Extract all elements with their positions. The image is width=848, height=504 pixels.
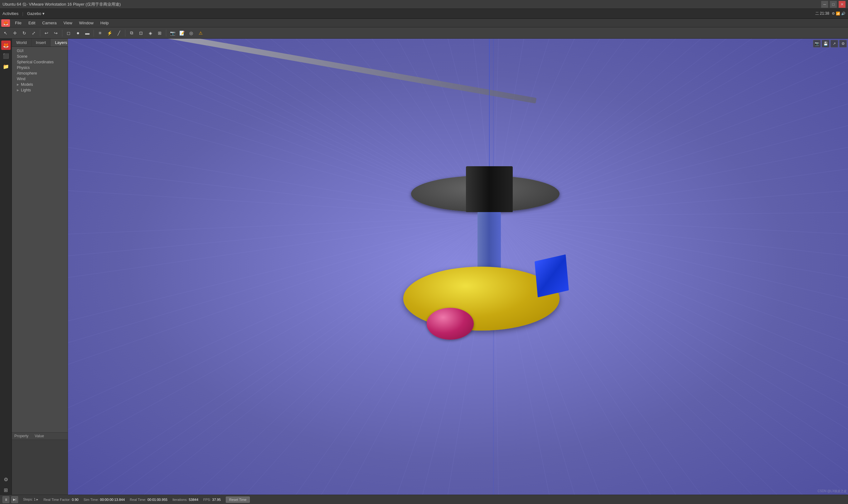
svg-line-7 [422,39,493,217]
align-button[interactable]: ◈ [146,29,155,37]
dirlight-tool[interactable]: ╱ [114,29,123,37]
sidebar-terminal-btn[interactable]: ⬛ [1,51,11,60]
tab-world[interactable]: World [12,39,32,47]
menu-window[interactable]: Window [76,20,97,26]
reset-time-button[interactable]: Reset Time [226,497,250,503]
snap-button[interactable]: ⊞ [155,29,164,37]
realtime-item: Real Time: 00:01:00.955 [130,498,167,502]
svg-line-75 [346,217,493,494]
log-button[interactable]: 📝 [178,29,186,37]
svg-line-55 [493,39,802,217]
iterations-value: 53844 [189,498,198,502]
svg-line-39 [68,169,493,217]
scene-3d-objects [68,39,848,494]
svg-line-4 [271,39,494,217]
tree-physics[interactable]: Physics [12,65,68,71]
watermark: CSDN @LX狼皮之皮 [818,489,847,493]
svg-line-47 [397,39,494,217]
menu-view[interactable]: View [60,20,75,26]
gazebo-menu-button[interactable]: Gazebo ▾ [27,11,44,16]
paste-button[interactable]: ⊡ [137,29,145,37]
sidebar-icons: 🦊 ⬛ 📁 ⚙ ⊞ [0,39,12,494]
sidebar-layers-btn[interactable]: ⊞ [1,485,11,494]
svg-line-89 [68,104,493,217]
iterations-item: Iterations: 53844 [173,498,198,502]
minimize-button[interactable]: ─ [821,1,828,8]
svg-line-35 [68,217,493,494]
steps-label: Steps: 1 ▸ [23,498,38,502]
svg-line-51 [493,39,600,217]
svg-line-74 [397,217,494,494]
tab-insert[interactable]: Insert [32,39,51,47]
svg-line-32 [321,217,493,494]
copy-button[interactable]: ⧉ [127,29,136,37]
sidebar-settings-btn[interactable]: ⚙ [1,475,11,484]
svg-line-14 [493,39,777,217]
viewport-save-btn[interactable]: 💾 [822,40,829,48]
svg-line-12 [493,39,676,217]
svg-line-0 [68,39,493,217]
translate-tool[interactable]: ✛ [11,29,19,37]
svg-line-66 [493,217,802,494]
sidebar-firefox-btn[interactable]: 🦊 [1,40,11,50]
iterations-label: Iterations: [173,498,187,502]
tree-spherical-coords[interactable]: Spherical Coordinates [12,59,68,65]
warn-button[interactable]: ⚠ [196,29,205,37]
svg-line-40 [68,82,493,217]
tree-gui[interactable]: GUI [12,48,68,54]
viewport-settings-btn[interactable]: ⚙ [839,40,847,48]
sidebar-files-btn[interactable]: 📁 [1,62,11,71]
rotate-tool[interactable]: ↻ [20,29,29,37]
menu-help[interactable]: Help [97,20,112,26]
undo-button[interactable]: ↩ [42,29,51,37]
viewport-screenshot-btn[interactable]: 📷 [813,40,820,48]
svg-line-34 [119,217,493,494]
svg-line-53 [493,39,701,217]
tree-models[interactable]: Models [12,82,68,87]
steps-item: Steps: 1 ▸ [23,498,38,502]
screenshot-button[interactable]: 📷 [168,29,177,37]
simtime-label: Sim Time: [84,498,99,502]
realtime-label: Real Time: [130,498,146,502]
pointlight-tool[interactable]: ✳ [96,29,105,37]
svg-line-87 [68,191,493,217]
tree-atmosphere[interactable]: Atmosphere [12,71,68,76]
clock-display: 二 21:38 [815,11,829,16]
plot-button[interactable]: ◎ [187,29,196,37]
svg-line-72 [493,217,499,494]
svg-line-57 [493,104,848,217]
menu-camera[interactable]: Camera [39,20,59,26]
scale-tool[interactable]: ⤢ [29,29,38,37]
activities-button[interactable]: Activities [2,11,18,16]
panel-tabs: World Insert Layers [12,39,68,47]
cylinder-tool[interactable]: ▬ [83,29,92,37]
pause-button[interactable]: ⏸ [2,496,10,503]
viewport-fullscreen-btn[interactable]: ↗ [831,40,838,48]
box-tool[interactable]: ◻ [64,29,73,37]
svg-line-68 [493,217,701,494]
svg-line-79 [144,217,494,494]
redo-button[interactable]: ↪ [52,29,60,37]
svg-line-9 [493,39,524,217]
statusbar-controls: ⏸ ▶| [2,496,18,503]
rtf-label: Real Time Factor: [43,498,71,502]
menu-file[interactable]: File [12,20,25,26]
menu-edit[interactable]: Edit [25,20,38,26]
svg-line-31 [422,217,493,494]
tree-wind[interactable]: Wind [12,76,68,82]
play-button[interactable]: ▶| [11,496,18,503]
sphere-tool[interactable]: ● [74,29,82,37]
firefox-icon[interactable]: 🦊 [1,19,10,27]
tree-scene[interactable]: Scene [12,54,68,59]
tree-lights[interactable]: Lights [12,87,68,93]
value-col-label: Value [35,434,44,438]
select-tool[interactable]: ↖ [1,29,10,37]
svg-line-8 [473,39,493,217]
close-button[interactable]: ✕ [838,1,846,8]
maximize-button[interactable]: □ [830,1,837,8]
spotlight-tool[interactable]: ⚡ [105,29,114,37]
statusbar: ⏸ ▶| Steps: 1 ▸ Real Time Factor: 0.90 S… [0,494,848,504]
viewport[interactable]: 📷 💾 ↗ ⚙ CSDN @LX狼皮之皮 [68,39,848,494]
fps-item: FPS: 37.95 [203,498,221,502]
ubuntu-bar-left: Activities | Gazebo ▾ [2,11,44,16]
